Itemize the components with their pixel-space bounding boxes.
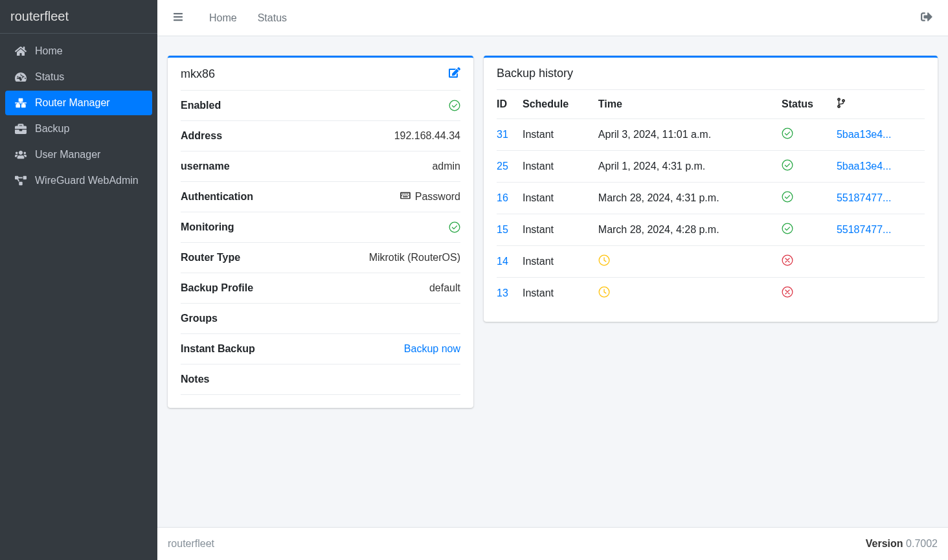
cell-schedule: Instant xyxy=(523,183,598,214)
check-circle-icon xyxy=(782,191,793,203)
auth-value: Password xyxy=(415,191,460,203)
monitoring-label: Monitoring xyxy=(181,221,234,233)
router-details-card: mkx86 Enabled Address 192.168.44.34 user… xyxy=(168,56,473,408)
cell-time: April 3, 2024, 11:01 a.m. xyxy=(598,119,782,151)
cell-schedule: Instant xyxy=(523,119,598,151)
row-router-type: Router Type Mikrotik (RouterOS) xyxy=(181,242,460,273)
hamburger-icon[interactable] xyxy=(168,6,188,30)
git-branch-icon xyxy=(837,99,846,110)
topbar: Home Status xyxy=(157,0,948,36)
check-circle-icon xyxy=(782,223,793,234)
backup-history-card: Backup history ID Schedule Time Status xyxy=(484,56,938,322)
users-icon xyxy=(13,149,28,161)
row-enabled: Enabled xyxy=(181,90,460,120)
id-link[interactable]: 13 xyxy=(497,287,508,298)
footer-version: Version 0.7002 xyxy=(866,538,938,550)
hash-link[interactable]: 55187477... xyxy=(837,224,892,235)
times-circle-icon xyxy=(782,286,793,298)
sidebar-item-label: WireGuard WebAdmin xyxy=(35,175,139,186)
table-row: 14 Instant xyxy=(497,246,925,278)
check-circle-icon xyxy=(782,128,793,139)
backup-now-link[interactable]: Backup now xyxy=(404,343,460,355)
cell-time: April 1, 2024, 4:31 p.m. xyxy=(598,151,782,183)
cell-time: March 28, 2024, 4:28 p.m. xyxy=(598,214,782,246)
cell-schedule: Instant xyxy=(523,278,598,309)
footer-left: routerfleet xyxy=(168,538,214,550)
th-id: ID xyxy=(497,90,523,119)
svg-point-2 xyxy=(782,128,793,139)
cell-schedule: Instant xyxy=(523,246,598,278)
logout-icon[interactable] xyxy=(916,6,938,30)
table-row: 25 Instant April 1, 2024, 4:31 p.m. 5baa… xyxy=(497,151,925,183)
topnav: Home Status xyxy=(199,7,297,29)
profile-value: default xyxy=(429,282,460,294)
th-schedule: Schedule xyxy=(523,90,598,119)
profile-label: Backup Profile xyxy=(181,282,253,294)
edit-icon[interactable] xyxy=(449,67,460,81)
svg-point-3 xyxy=(782,160,793,170)
cell-time: March 28, 2024, 4:31 p.m. xyxy=(598,183,782,214)
th-time: Time xyxy=(598,90,782,119)
username-label: username xyxy=(181,161,230,172)
sidebar-item-label: Backup xyxy=(35,123,69,135)
sidebar-item-user-manager[interactable]: User Manager xyxy=(5,142,152,167)
row-notes: Notes xyxy=(181,364,460,395)
hash-link[interactable]: 5baa13e4... xyxy=(837,129,892,140)
enabled-label: Enabled xyxy=(181,100,221,111)
history-title: Backup history xyxy=(497,67,573,80)
row-instant-backup: Instant Backup Backup now xyxy=(181,333,460,364)
brand[interactable]: routerfleet xyxy=(0,0,157,34)
table-row: 13 Instant xyxy=(497,278,925,309)
check-circle-icon xyxy=(449,100,460,111)
main: Home Status mkx86 Enabled Address xyxy=(157,0,948,560)
table-row: 31 Instant April 3, 2024, 11:01 a.m. 5ba… xyxy=(497,119,925,151)
row-backup-profile: Backup Profile default xyxy=(181,273,460,303)
table-row: 15 Instant March 28, 2024, 4:28 p.m. 551… xyxy=(497,214,925,246)
network-icon xyxy=(13,97,28,109)
topnav-status[interactable]: Status xyxy=(247,7,297,29)
id-link[interactable]: 15 xyxy=(497,224,508,235)
svg-point-5 xyxy=(782,223,793,234)
address-label: Address xyxy=(181,130,222,142)
svg-point-0 xyxy=(449,100,460,111)
id-link[interactable]: 25 xyxy=(497,161,508,172)
clock-icon xyxy=(598,254,610,266)
router-name: mkx86 xyxy=(181,67,215,81)
check-circle-icon xyxy=(449,221,460,233)
sidebar-item-home[interactable]: Home xyxy=(5,39,152,63)
briefcase-icon xyxy=(13,123,28,135)
sidebar-item-backup[interactable]: Backup xyxy=(5,117,152,141)
row-monitoring: Monitoring xyxy=(181,212,460,242)
instant-label: Instant Backup xyxy=(181,343,255,355)
keyboard-icon xyxy=(400,191,411,203)
sidebar-item-router-manager[interactable]: Router Manager xyxy=(5,91,152,115)
times-circle-icon xyxy=(782,254,793,266)
sidebar-item-label: Home xyxy=(35,45,63,57)
username-value: admin xyxy=(432,161,460,172)
project-diagram-icon xyxy=(13,175,28,186)
id-link[interactable]: 16 xyxy=(497,192,508,203)
row-address: Address 192.168.44.34 xyxy=(181,120,460,151)
cell-schedule: Instant xyxy=(523,214,598,246)
cell-schedule: Instant xyxy=(523,151,598,183)
id-link[interactable]: 14 xyxy=(497,256,508,267)
id-link[interactable]: 31 xyxy=(497,129,508,140)
sidebar-nav: Home Status Router Manager Backup User M… xyxy=(0,34,157,199)
sidebar-item-status[interactable]: Status xyxy=(5,65,152,89)
history-table: ID Schedule Time Status 31 Instant April… xyxy=(497,89,925,309)
routertype-value: Mikrotik (RouterOS) xyxy=(369,252,460,263)
sidebar-item-wireguard[interactable]: WireGuard WebAdmin xyxy=(5,168,152,193)
check-circle-icon xyxy=(782,159,793,171)
address-value: 192.168.44.34 xyxy=(394,130,460,142)
topnav-home[interactable]: Home xyxy=(199,7,247,29)
svg-point-1 xyxy=(449,222,460,232)
row-username: username admin xyxy=(181,151,460,181)
footer: routerfleet Version 0.7002 xyxy=(157,527,948,560)
hash-link[interactable]: 5baa13e4... xyxy=(837,161,892,172)
groups-label: Groups xyxy=(181,313,218,324)
svg-point-4 xyxy=(782,192,793,202)
hash-link[interactable]: 55187477... xyxy=(837,192,892,203)
table-row: 16 Instant March 28, 2024, 4:31 p.m. 551… xyxy=(497,183,925,214)
th-hash xyxy=(837,90,925,119)
content: mkx86 Enabled Address 192.168.44.34 user… xyxy=(157,36,948,527)
